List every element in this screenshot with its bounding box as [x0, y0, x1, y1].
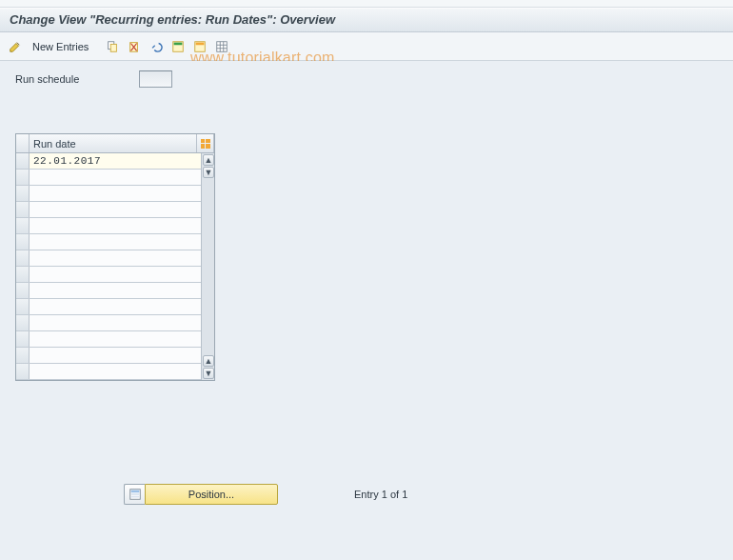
- row-marker[interactable]: [16, 202, 30, 217]
- cell-run-date[interactable]: 22.01.2017: [30, 153, 214, 169]
- row-marker[interactable]: [16, 186, 30, 201]
- table-row[interactable]: [16, 299, 214, 315]
- position-icon[interactable]: [124, 484, 145, 505]
- table-header: Run date: [16, 134, 214, 153]
- table-row[interactable]: [16, 348, 214, 364]
- delete-icon[interactable]: [125, 37, 144, 56]
- table-row[interactable]: [16, 250, 214, 267]
- new-entries-button[interactable]: New Entries: [28, 38, 97, 55]
- edit-icon[interactable]: [6, 37, 25, 56]
- row-marker[interactable]: [16, 331, 30, 347]
- table-row[interactable]: [16, 315, 214, 331]
- row-marker[interactable]: [16, 283, 30, 298]
- copy-icon[interactable]: [103, 37, 122, 56]
- entry-status-text: Entry 1 of 1: [354, 489, 407, 500]
- toolbar: New Entries: [0, 32, 733, 61]
- row-marker[interactable]: [16, 153, 30, 169]
- table-row[interactable]: [16, 186, 214, 202]
- vertical-scrollbar[interactable]: ▲ ▼ ▲ ▼: [201, 153, 214, 380]
- table-row[interactable]: [16, 267, 214, 283]
- cell-run-date[interactable]: [30, 218, 214, 233]
- row-marker[interactable]: [16, 348, 30, 363]
- row-marker[interactable]: [16, 364, 30, 379]
- svg-rect-15: [130, 496, 139, 498]
- cell-run-date[interactable]: [30, 202, 214, 217]
- scroll-down-icon[interactable]: ▼: [203, 368, 214, 379]
- table-row[interactable]: [16, 331, 214, 348]
- column-header-run-date[interactable]: Run date: [30, 134, 197, 152]
- cell-run-date[interactable]: [30, 283, 214, 298]
- deselect-all-icon[interactable]: [190, 37, 209, 56]
- cell-run-date[interactable]: [30, 331, 214, 347]
- table-row[interactable]: [16, 202, 214, 218]
- run-schedule-label: Run schedule: [15, 73, 139, 85]
- position-button[interactable]: Position...: [145, 484, 278, 505]
- row-marker[interactable]: [16, 250, 30, 266]
- table-body: 22.01.2017: [16, 153, 214, 380]
- table-row[interactable]: 22.01.2017: [16, 153, 214, 170]
- run-schedule-input[interactable]: [139, 70, 172, 88]
- footer-bar: Position... Entry 1 of 1: [124, 484, 407, 505]
- row-marker[interactable]: [16, 170, 30, 185]
- run-date-table: Run date 22.01.2017: [15, 133, 215, 381]
- table-row[interactable]: [16, 218, 214, 234]
- cell-run-date[interactable]: [30, 267, 214, 282]
- scroll-up-icon[interactable]: ▲: [203, 355, 214, 367]
- cell-run-date[interactable]: [30, 348, 214, 363]
- row-marker[interactable]: [16, 218, 30, 233]
- table-row[interactable]: [16, 170, 214, 186]
- table-row[interactable]: [16, 234, 214, 250]
- table-settings-icon[interactable]: [212, 37, 231, 56]
- scroll-down-icon[interactable]: ▼: [203, 167, 214, 178]
- row-marker[interactable]: [16, 299, 30, 314]
- cell-run-date[interactable]: [30, 186, 214, 201]
- svg-rect-14: [130, 493, 139, 495]
- cell-run-date[interactable]: [30, 234, 214, 250]
- row-marker[interactable]: [16, 315, 30, 330]
- svg-rect-7: [217, 41, 228, 51]
- svg-rect-1: [111, 44, 117, 51]
- cell-run-date[interactable]: [30, 170, 214, 185]
- svg-rect-4: [174, 42, 183, 45]
- select-columns-icon[interactable]: [197, 134, 214, 152]
- svg-rect-13: [130, 490, 139, 493]
- table-row[interactable]: [16, 283, 214, 299]
- top-strip: [0, 0, 733, 8]
- scroll-up-icon[interactable]: ▲: [203, 154, 214, 166]
- cell-run-date[interactable]: [30, 250, 214, 266]
- table-row[interactable]: [16, 364, 214, 380]
- undo-icon[interactable]: [147, 37, 166, 56]
- select-all-icon[interactable]: [168, 37, 188, 56]
- cell-run-date[interactable]: [30, 315, 214, 330]
- row-marker[interactable]: [16, 234, 30, 250]
- svg-rect-6: [196, 42, 205, 45]
- page-title: Change View "Recurring entries: Run Date…: [0, 8, 733, 32]
- row-marker-header[interactable]: [16, 134, 30, 152]
- cell-run-date[interactable]: [30, 299, 214, 314]
- run-schedule-row: Run schedule: [15, 70, 718, 88]
- row-marker[interactable]: [16, 267, 30, 282]
- cell-run-date[interactable]: [30, 364, 214, 379]
